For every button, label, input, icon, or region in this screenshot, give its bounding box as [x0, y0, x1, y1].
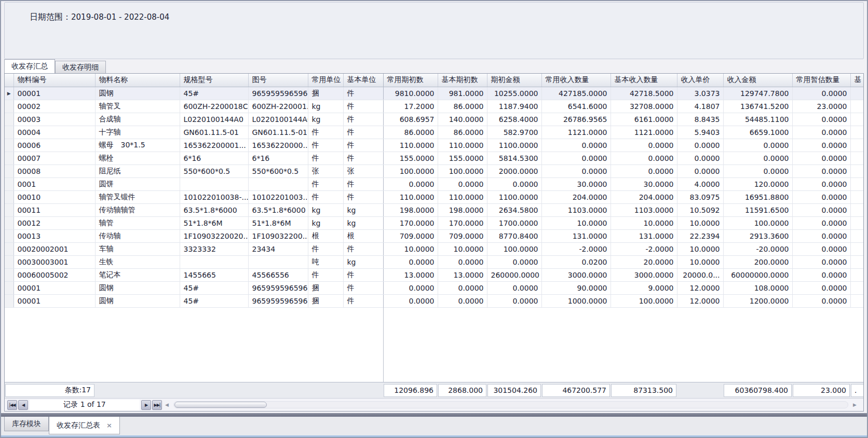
cell-qty_open_basic[interactable]: 13.0000 — [438, 268, 487, 281]
cell-basic_est[interactable] — [850, 152, 863, 165]
table-row[interactable]: 00030003001生铁吨kg0.00000.00000.00000.0200… — [5, 255, 863, 268]
cell-code[interactable]: 00001 — [13, 281, 95, 294]
cell-qty_in_basic[interactable]: 1103.0000 — [611, 203, 677, 216]
cell-basic_est[interactable] — [850, 268, 863, 281]
cell-code[interactable]: 00010 — [13, 190, 95, 203]
cell-unit_basic[interactable]: 件 — [343, 113, 383, 126]
cell-amt_open[interactable]: 5814.5300 — [487, 152, 541, 165]
cell-name[interactable]: 十字轴 — [95, 126, 180, 139]
cell-qty_in_basic[interactable]: 20.0000 — [611, 255, 677, 268]
cell-spec[interactable]: 6*16 — [180, 152, 248, 165]
cell-qty_in_common[interactable]: 0.0000 — [541, 152, 611, 165]
cell-qty_in_common[interactable]: 30.0000 — [541, 177, 611, 190]
cell-code[interactable]: 00004 — [13, 126, 95, 139]
table-row[interactable]: 00004十字轴GN601.11.5-01GN601.11.5-01件件86.0… — [5, 126, 863, 139]
cell-qty_open_basic[interactable]: 198.0000 — [438, 203, 487, 216]
cell-unit_basic[interactable]: 件 — [343, 190, 383, 203]
cell-unit_basic[interactable]: 件 — [343, 177, 383, 190]
table-row[interactable]: 00003合成轴L0220100144A0L0220100144A0kg件608… — [5, 113, 863, 126]
cell-qty_in_basic[interactable]: 9.0000 — [611, 281, 677, 294]
cell-unit_basic[interactable]: 件 — [343, 294, 383, 307]
row-indicator-cell[interactable] — [5, 294, 13, 307]
cell-amt_open[interactable]: 6258.4000 — [487, 113, 541, 126]
cell-qty_in_basic[interactable]: 10.0000 — [611, 216, 677, 229]
table-row[interactable]: 00020002001车轴332333223434件件10.000010.000… — [5, 242, 863, 255]
cell-amt_in[interactable]: 129747.7800 — [723, 87, 792, 100]
cell-drawing[interactable]: 600ZH-220001... — [248, 100, 308, 113]
row-indicator-cell[interactable] — [5, 165, 13, 177]
cell-name[interactable]: 圆钢 — [95, 294, 180, 307]
cell-basic_est[interactable] — [850, 242, 863, 255]
close-tab-icon[interactable]: × — [106, 421, 112, 429]
row-indicator-cell[interactable] — [5, 152, 13, 165]
column-header-basic_est[interactable]: 基 — [850, 74, 863, 87]
table-row[interactable]: 00001圆钢45#9659595965965捆件0.00000.00000.0… — [5, 294, 863, 307]
table-row[interactable]: 00011传动轴轴管63.5*1.8*600063.5*1.8*6000kgkg… — [5, 203, 863, 216]
cell-unit_common[interactable]: 件 — [308, 139, 343, 152]
cell-qty_open_basic[interactable]: 140.0000 — [438, 113, 487, 126]
cell-unit_common[interactable]: 张 — [308, 165, 343, 177]
cell-qty_open_basic[interactable]: 981.0000 — [438, 87, 487, 100]
column-header-code[interactable]: 物料编号 — [13, 74, 95, 87]
cell-qty_est_common[interactable]: 0.0000 — [792, 203, 850, 216]
cell-unit_basic[interactable]: 根 — [343, 229, 383, 242]
cell-unit_common[interactable]: 根 — [308, 229, 343, 242]
table-row[interactable]: 00008阻尼纸550*600*0.5550*600*0.5张张100.0000… — [5, 165, 863, 177]
cell-price_in[interactable]: 22.2394 — [677, 229, 723, 242]
cell-qty_in_basic[interactable]: 3000.0000 — [611, 268, 677, 281]
cell-unit_common[interactable]: 件 — [308, 152, 343, 165]
cell-qty_est_common[interactable]: 0.0000 — [792, 139, 850, 152]
cell-qty_open_basic[interactable]: 110.0000 — [438, 139, 487, 152]
cell-qty_in_common[interactable]: 26786.9565 — [541, 113, 611, 126]
cell-qty_open_common[interactable]: 0.0000 — [383, 177, 438, 190]
cell-code[interactable]: 00003 — [13, 113, 95, 126]
cell-qty_in_basic[interactable]: 30.0000 — [611, 177, 677, 190]
cell-unit_common[interactable]: 件 — [308, 242, 343, 255]
cell-qty_open_common[interactable]: 170.0000 — [383, 216, 438, 229]
cell-qty_in_common[interactable]: 1121.0000 — [541, 126, 611, 139]
cell-code[interactable]: 00060005002 — [13, 268, 95, 281]
column-header-name[interactable]: 物料名称 — [95, 74, 180, 87]
cell-amt_in[interactable]: 200.0000 — [723, 255, 792, 268]
cell-qty_open_basic[interactable]: 0.0000 — [438, 294, 487, 307]
row-indicator-cell[interactable] — [5, 255, 13, 268]
table-row[interactable]: 00060005002笔记本145566545566556件件13.000013… — [5, 268, 863, 281]
cell-amt_in[interactable]: 60000000.0000 — [723, 268, 792, 281]
cell-qty_est_common[interactable]: 0.0000 — [792, 113, 850, 126]
row-indicator-cell[interactable] — [5, 229, 13, 242]
cell-qty_est_common[interactable]: 0.0000 — [792, 126, 850, 139]
cell-unit_basic[interactable]: kg — [343, 203, 383, 216]
cell-drawing[interactable]: 9659595965965 — [248, 281, 308, 294]
cell-qty_in_basic[interactable]: 131.0000 — [611, 229, 677, 242]
cell-amt_in[interactable]: 136741.5200 — [723, 100, 792, 113]
cell-qty_in_common[interactable]: 10.0000 — [541, 216, 611, 229]
cell-name[interactable]: 轴管 — [95, 216, 180, 229]
cell-spec[interactable] — [180, 255, 248, 268]
row-indicator-cell[interactable] — [5, 281, 13, 294]
scroll-right-icon[interactable]: ▶ — [853, 402, 857, 407]
cell-unit_basic[interactable]: 张 — [343, 165, 383, 177]
cell-qty_open_common[interactable]: 110.0000 — [383, 190, 438, 203]
cell-spec[interactable]: 45# — [180, 87, 248, 100]
cell-amt_open[interactable]: 1700.0000 — [487, 216, 541, 229]
cell-basic_est[interactable] — [850, 165, 863, 177]
prev-record-button[interactable]: ◀ — [18, 400, 28, 410]
cell-price_in[interactable]: 0.0000 — [677, 139, 723, 152]
cell-qty_in_common[interactable]: 131.0000 — [541, 229, 611, 242]
horizontal-scrollbar[interactable] — [173, 401, 848, 408]
cell-name[interactable]: 轴管叉锻件 — [95, 190, 180, 203]
cell-name[interactable]: 合成轴 — [95, 113, 180, 126]
cell-drawing[interactable]: 6*16 — [248, 152, 308, 165]
cell-amt_in[interactable]: 100.0000 — [723, 216, 792, 229]
cell-amt_open[interactable]: 1187.9400 — [487, 100, 541, 113]
cell-price_in[interactable]: 83.0975 — [677, 190, 723, 203]
cell-qty_open_common[interactable]: 709.0000 — [383, 229, 438, 242]
cell-spec[interactable]: 63.5*1.8*6000 — [180, 203, 248, 216]
cell-qty_est_common[interactable]: 0.0000 — [792, 87, 850, 100]
cell-price_in[interactable]: 10.5092 — [677, 203, 723, 216]
cell-spec[interactable]: 165362200001... — [180, 139, 248, 152]
cell-amt_open[interactable]: 260000.0000 — [487, 268, 541, 281]
cell-qty_in_basic[interactable]: 100.0000 — [611, 294, 677, 307]
cell-qty_in_basic[interactable]: -2.0000 — [611, 242, 677, 255]
cell-unit_common[interactable]: 吨 — [308, 255, 343, 268]
